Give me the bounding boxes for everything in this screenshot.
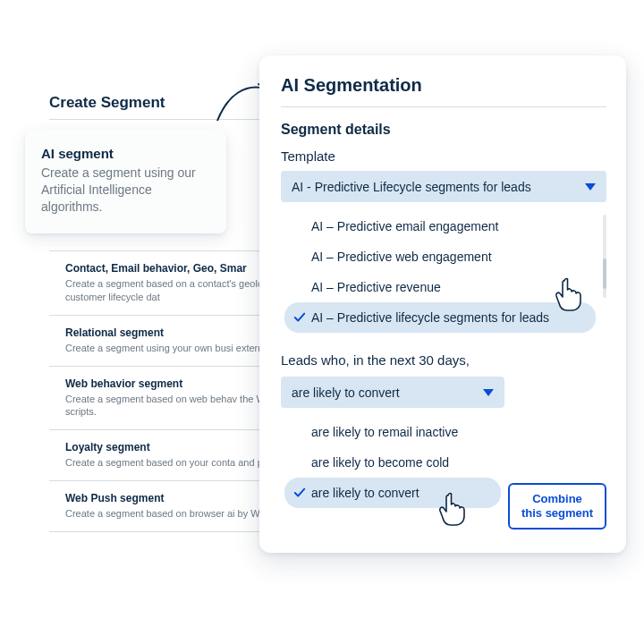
leads-dropdown[interactable]: are likely to convert are likely to rema… [281, 377, 504, 513]
template-option[interactable]: AI – Predictive revenue [284, 272, 596, 302]
leads-option[interactable]: are likely to convert [284, 478, 501, 508]
template-option-label: AI – Predictive lifecycle segments for l… [311, 310, 549, 325]
template-option[interactable]: AI – Predictive lifecycle segments for l… [284, 302, 596, 333]
ai-segment-callout: AI segment Create a segment using our Ar… [25, 130, 226, 233]
chevron-down-icon [483, 389, 494, 396]
leads-selected[interactable]: are likely to convert [281, 377, 504, 408]
leads-selected-label: are likely to convert [292, 386, 400, 400]
ai-segmentation-panel: AI Segmentation Segment details Template… [259, 55, 626, 553]
callout-description: Create a segment using our Artificial In… [41, 165, 210, 216]
leads-option[interactable]: are likely to remail inactive [284, 417, 501, 447]
chevron-down-icon [585, 183, 596, 191]
callout-title: AI segment [41, 146, 210, 161]
panel-subtitle: Segment details [281, 122, 606, 138]
check-icon [293, 311, 306, 324]
leads-option-label: are likely to convert [311, 486, 419, 500]
combine-segment-button[interactable]: Combine this segment [508, 483, 606, 530]
template-selected[interactable]: AI - Predictive Lifecycle segments for l… [281, 171, 606, 202]
leads-prompt: Leads who, in the next 30 days, [281, 352, 606, 368]
template-selected-label: AI - Predictive Lifecycle segments for l… [292, 180, 531, 194]
template-option[interactable]: AI – Predictive web engagement [284, 242, 596, 272]
check-icon [293, 487, 306, 499]
template-menu: AI – Predictive email engagement AI – Pr… [281, 206, 606, 338]
leads-menu: are likely to remail inactive are likely… [281, 411, 504, 513]
template-label: Template [281, 148, 606, 164]
scrollbar-thumb[interactable] [603, 258, 606, 289]
scrollbar-track[interactable] [603, 215, 606, 298]
panel-title: AI Segmentation [281, 75, 606, 107]
template-dropdown[interactable]: AI - Predictive Lifecycle segments for l… [281, 171, 606, 338]
leads-option[interactable]: are likely to become cold [284, 447, 501, 478]
template-option[interactable]: AI – Predictive email engagement [284, 211, 596, 242]
